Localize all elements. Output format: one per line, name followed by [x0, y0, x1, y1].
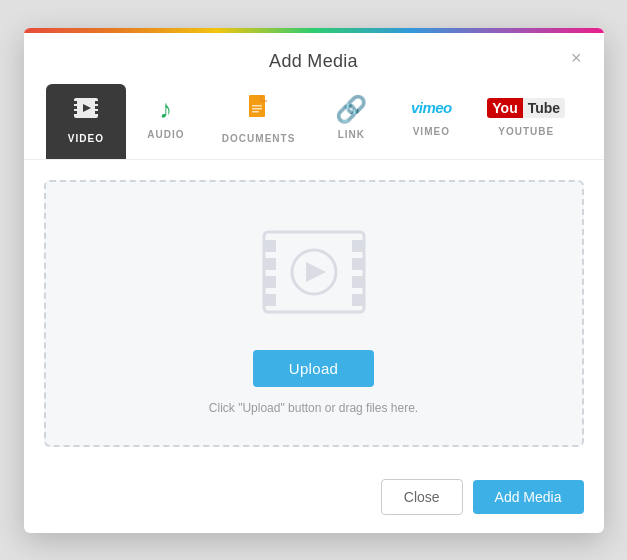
- tab-audio[interactable]: ♪ AUDIO: [126, 84, 206, 159]
- tab-audio-label: AUDIO: [147, 129, 184, 140]
- tab-youtube-label: YOUTUBE: [498, 126, 554, 137]
- svg-rect-20: [352, 276, 364, 288]
- add-media-button[interactable]: Add Media: [473, 480, 584, 514]
- svg-rect-19: [352, 258, 364, 270]
- tab-vimeo-label: VIMEO: [413, 126, 450, 137]
- youtube-logo: You Tube: [487, 94, 565, 122]
- link-icon: 🔗: [335, 94, 367, 125]
- svg-rect-18: [352, 240, 364, 252]
- tab-documents[interactable]: DOCUMENTS: [206, 84, 311, 159]
- drop-zone[interactable]: Upload Click "Upload" button or drag fil…: [44, 180, 584, 447]
- svg-rect-21: [352, 294, 364, 306]
- vimeo-logo: vimeo: [411, 94, 452, 122]
- tab-link[interactable]: 🔗 LINK: [311, 84, 391, 159]
- svg-rect-14: [264, 240, 276, 252]
- svg-rect-4: [74, 111, 77, 114]
- svg-rect-16: [264, 276, 276, 288]
- tab-youtube[interactable]: You Tube YOUTUBE: [471, 84, 581, 159]
- svg-rect-12: [252, 111, 259, 113]
- drop-hint-text: Click "Upload" button or drag files here…: [209, 401, 418, 415]
- youtube-you: You: [487, 98, 522, 118]
- svg-rect-11: [252, 108, 262, 110]
- tab-video[interactable]: VIDEO: [46, 84, 126, 159]
- modal-close-button[interactable]: ×: [565, 47, 588, 69]
- svg-rect-15: [264, 258, 276, 270]
- tab-documents-label: DOCUMENTS: [222, 133, 295, 144]
- video-icon: [72, 94, 100, 129]
- audio-icon: ♪: [159, 94, 172, 125]
- svg-rect-10: [252, 105, 262, 107]
- modal-footer: Close Add Media: [24, 467, 604, 533]
- modal-title: Add Media: [269, 51, 358, 72]
- svg-marker-23: [306, 262, 326, 282]
- svg-rect-6: [95, 106, 98, 109]
- modal-header: Add Media ×: [24, 33, 604, 84]
- tab-video-label: VIDEO: [68, 133, 104, 144]
- svg-rect-5: [95, 101, 98, 104]
- tab-vimeo[interactable]: vimeo VIMEO: [391, 84, 471, 159]
- tab-link-label: LINK: [338, 129, 365, 140]
- add-media-modal: Add Media ×: [24, 28, 604, 533]
- video-placeholder-icon: [254, 222, 374, 326]
- svg-rect-2: [74, 101, 77, 104]
- tabs-row: VIDEO ♪ AUDIO DOCUMENTS 🔗: [24, 84, 604, 160]
- svg-rect-17: [264, 294, 276, 306]
- svg-rect-3: [74, 106, 77, 109]
- youtube-tube: Tube: [523, 98, 565, 118]
- close-button[interactable]: Close: [381, 479, 463, 515]
- svg-rect-7: [95, 111, 98, 114]
- upload-button[interactable]: Upload: [253, 350, 374, 387]
- documents-icon: [247, 94, 271, 129]
